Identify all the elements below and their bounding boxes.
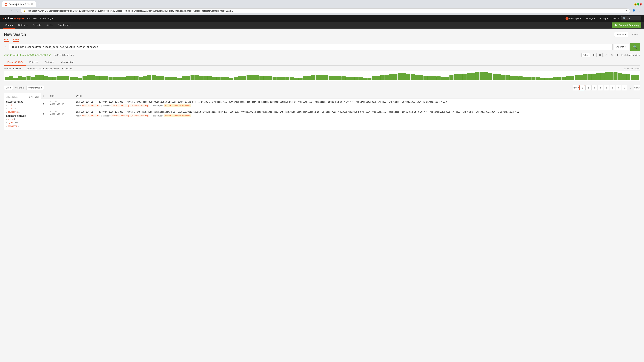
search-input-wrapper[interactable]: index=main sourcetype=access_combined_wc… <box>9 44 613 50</box>
histogram-bar[interactable] <box>57 76 61 80</box>
histogram-bar[interactable] <box>376 76 380 80</box>
histogram-bar[interactable] <box>160 76 164 80</box>
histogram-bar[interactable] <box>363 78 367 80</box>
histogram-bar[interactable] <box>212 77 216 80</box>
histogram-bar[interactable] <box>458 74 462 80</box>
histogram-bar[interactable] <box>583 74 587 80</box>
list-button[interactable]: List ▾ <box>4 86 13 90</box>
histogram-bar[interactable] <box>52 77 56 80</box>
histogram-bar[interactable] <box>173 77 178 80</box>
histogram-bar[interactable] <box>268 76 272 80</box>
histogram-bar[interactable] <box>398 73 402 80</box>
histogram-bar[interactable] <box>221 77 225 80</box>
histogram-bar[interactable] <box>497 74 501 80</box>
histogram-bar[interactable] <box>441 77 445 80</box>
field-categoryid[interactable]: a categoryId 8 <box>4 124 41 128</box>
histogram-bar[interactable] <box>152 75 156 80</box>
histogram-bar[interactable] <box>246 75 251 80</box>
save-as-button[interactable]: Save As ▾ <box>614 32 628 37</box>
histogram-bar[interactable] <box>303 76 307 80</box>
histogram-bar[interactable] <box>91 75 96 80</box>
histogram-bar[interactable] <box>436 76 440 80</box>
histogram-bar[interactable] <box>626 74 630 80</box>
job-button[interactable]: Job ▾ <box>582 53 590 57</box>
histogram-bar[interactable] <box>164 77 169 80</box>
histogram-bar[interactable] <box>354 77 358 80</box>
meta-source-value-1[interactable]: tutorialdata.zip:\www1\access.log <box>111 104 149 107</box>
histogram-bar[interactable] <box>614 72 618 80</box>
histogram-bar[interactable] <box>415 75 419 80</box>
histogram-bar[interactable] <box>346 77 350 80</box>
histogram-bar[interactable] <box>61 76 65 80</box>
histogram-bar[interactable] <box>290 77 294 80</box>
histogram-bar[interactable] <box>65 76 70 80</box>
zoom-out-button[interactable]: — Zoom Out <box>24 67 36 70</box>
finalize-button[interactable]: ↩ <box>603 53 608 57</box>
histogram-bar[interactable] <box>31 77 35 80</box>
histogram-bar[interactable] <box>286 77 290 80</box>
histogram-bar[interactable] <box>406 73 410 80</box>
histogram-bar[interactable] <box>82 76 87 80</box>
histogram-bar[interactable] <box>22 77 26 80</box>
profile-button[interactable]: 👤 <box>631 8 636 13</box>
histogram-bar[interactable] <box>475 72 480 80</box>
zoom-to-selection-button[interactable]: + Zoom to Selection <box>40 67 59 70</box>
histogram-bar[interactable] <box>35 75 39 80</box>
histogram-bar[interactable] <box>549 78 553 80</box>
histogram-bar[interactable] <box>216 77 220 80</box>
histogram-bar[interactable] <box>389 74 393 80</box>
histogram-bar[interactable] <box>618 73 622 80</box>
back-button[interactable]: ← <box>2 8 7 13</box>
page-5-button[interactable]: 5 <box>604 85 609 90</box>
histogram-bar[interactable] <box>264 76 268 80</box>
nav-reports[interactable]: Reports <box>30 22 44 29</box>
page-6-button[interactable]: 6 <box>610 85 615 90</box>
close-window-button[interactable]: ✕ <box>640 3 642 5</box>
meta-source-value-2[interactable]: tutorialdata.zip:\www1\access.log <box>111 114 149 117</box>
histogram-bar[interactable] <box>182 76 186 80</box>
meta-sourcetype-value-1[interactable]: access_combined_wcookie <box>164 104 191 107</box>
activity-button[interactable]: Activity ▾ <box>598 16 610 21</box>
histogram-bar[interactable] <box>544 78 548 80</box>
pause-button[interactable]: ⏸ <box>591 53 596 57</box>
minimize-button[interactable]: – <box>634 3 636 5</box>
search-button[interactable]: 🔍 <box>630 43 640 51</box>
address-bar[interactable]: 🔒 localhost:8000/en-US/app/search/search… <box>21 8 630 13</box>
page-7-button[interactable]: 7 <box>616 85 621 90</box>
histogram-bar[interactable] <box>622 73 626 80</box>
page-4-button[interactable]: 4 <box>598 85 603 90</box>
histogram-bar[interactable] <box>350 77 354 80</box>
histogram-bar[interactable] <box>74 77 78 80</box>
histogram-bar[interactable] <box>501 75 505 80</box>
histogram-bar[interactable] <box>307 76 311 80</box>
histogram-bar[interactable] <box>316 75 320 80</box>
search-query[interactable]: index=main sourcetype=access_combined_wc… <box>12 45 610 48</box>
histogram-bar[interactable] <box>70 77 74 80</box>
info-icon[interactable]: ℹ <box>43 94 44 97</box>
histogram-bar[interactable] <box>385 75 389 80</box>
histogram-bar[interactable] <box>557 77 562 80</box>
meta-host-value-1[interactable]: DESKTOP-MP4ATDO <box>82 104 100 107</box>
field-host[interactable]: a host 1 <box>4 104 41 107</box>
histogram-bar[interactable] <box>570 76 574 80</box>
field-action[interactable]: a action 1 <box>4 118 41 121</box>
histogram-bar[interactable] <box>410 74 415 80</box>
histogram-bar[interactable] <box>139 77 143 80</box>
histogram-bar[interactable] <box>540 78 544 80</box>
field-tab[interactable]: Field <box>4 38 9 42</box>
histogram-bar[interactable] <box>195 75 199 80</box>
page-3-button[interactable]: 3 <box>592 85 597 90</box>
histogram-bar[interactable] <box>147 75 152 80</box>
histogram-bar[interactable] <box>484 72 488 80</box>
histogram-bar[interactable] <box>229 78 234 80</box>
histogram-bar[interactable] <box>328 76 333 80</box>
all-fields-button[interactable]: ≡ All Fields <box>29 96 39 98</box>
histogram-bar[interactable] <box>462 73 466 80</box>
histogram-bar[interactable] <box>566 76 570 80</box>
histogram-bar[interactable] <box>26 76 31 80</box>
settings-button[interactable]: Settings ▾ <box>583 16 597 21</box>
histogram-bar[interactable] <box>255 75 260 80</box>
histogram-bar[interactable] <box>342 76 346 80</box>
histogram-bar[interactable] <box>579 75 583 80</box>
histogram-bar[interactable] <box>18 76 22 80</box>
